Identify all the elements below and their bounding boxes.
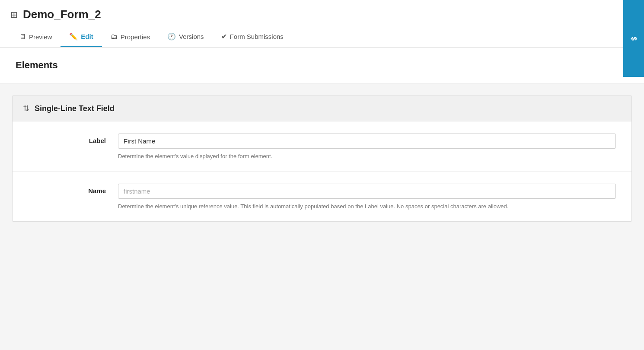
tab-properties[interactable]: 🗂Properties: [102, 29, 159, 47]
field-row-0: LabelDetermine the element's value displ…: [13, 121, 631, 172]
versions-tab-label: Versions: [179, 33, 204, 40]
page-title: Demo_Form_2: [23, 8, 101, 21]
elements-title: Elements: [16, 60, 628, 71]
field-input-1[interactable]: [118, 184, 616, 199]
field-row-1: NameDetermine the element's unique refer…: [13, 172, 631, 222]
preview-tab-label: Preview: [29, 33, 52, 41]
tab-versions[interactable]: 🕐Versions: [159, 28, 213, 47]
element-card: ⇅ Single-Line Text Field LabelDetermine …: [12, 95, 632, 222]
versions-tab-icon: 🕐: [167, 32, 176, 41]
page-header: ⊞ Demo_Form_2 🖥Preview✏️Edit🗂Properties🕐…: [0, 0, 644, 48]
element-card-body: LabelDetermine the element's value displ…: [13, 121, 631, 221]
field-label-1: Name: [28, 184, 106, 194]
form-submissions-tab-icon: ✔: [221, 32, 227, 41]
properties-tab-icon: 🗂: [111, 33, 118, 41]
preview-tab-icon: 🖥: [19, 33, 26, 41]
field-input-0[interactable]: [118, 134, 616, 149]
right-panel-button[interactable]: $: [623, 0, 644, 77]
edit-tab-icon: ✏️: [69, 32, 78, 41]
tab-edit[interactable]: ✏️Edit: [61, 28, 102, 47]
tab-nav: 🖥Preview✏️Edit🗂Properties🕐Versions✔Form …: [10, 28, 634, 47]
elements-section-header: Elements: [0, 48, 644, 83]
field-help-1: Determine the element's unique reference…: [118, 202, 616, 211]
tab-preview[interactable]: 🖥Preview: [10, 29, 61, 47]
field-help-0: Determine the element's value displayed …: [118, 152, 616, 161]
field-input-col-1: Determine the element's unique reference…: [118, 184, 616, 211]
element-card-header: ⇅ Single-Line Text Field: [13, 96, 631, 121]
tab-form-submissions[interactable]: ✔Form Submissions: [213, 28, 292, 47]
main-content: Elements ⇅ Single-Line Text Field LabelD…: [0, 48, 644, 222]
grid-icon: ⊞: [10, 10, 18, 20]
element-type-label: Single-Line Text Field: [35, 104, 115, 113]
field-label-0: Label: [28, 134, 106, 144]
header-title-row: ⊞ Demo_Form_2: [10, 8, 634, 21]
form-submissions-tab-label: Form Submissions: [230, 33, 284, 40]
properties-tab-label: Properties: [121, 33, 150, 41]
field-input-col-0: Determine the element's value displayed …: [118, 134, 616, 161]
sort-icon[interactable]: ⇅: [23, 104, 29, 113]
edit-tab-label: Edit: [81, 33, 93, 40]
